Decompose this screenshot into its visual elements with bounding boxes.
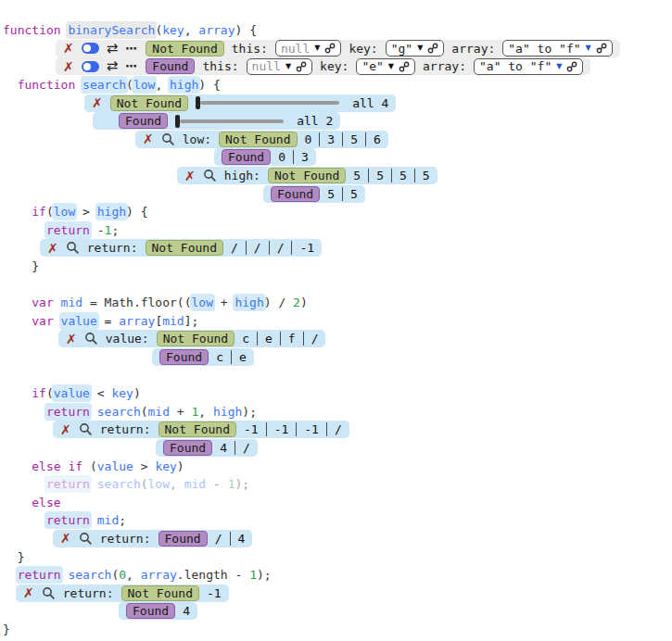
caret-down-icon[interactable]: ▼: [314, 44, 320, 52]
slider-track[interactable]: [200, 101, 339, 105]
badge-not-found[interactable]: Not Found: [268, 168, 346, 183]
code-token: 2: [293, 295, 300, 309]
probe-value: /: [215, 532, 222, 546]
code-token: [90, 405, 97, 419]
badge-not-found[interactable]: Not Found: [110, 95, 188, 111]
link-icon[interactable]: [427, 43, 438, 54]
caret-down-icon[interactable]: ▼: [586, 44, 591, 52]
magnifier-icon[interactable]: [161, 132, 175, 146]
array-dropdown[interactable]: "a" to "f"▼: [502, 40, 612, 57]
code-line: }: [3, 547, 672, 566]
badge-found[interactable]: Found: [126, 603, 175, 619]
code-token: 1: [192, 405, 199, 419]
delete-icon[interactable]: ✗: [63, 60, 74, 73]
toggle-icon[interactable]: [82, 43, 99, 54]
link-icon[interactable]: [324, 43, 336, 54]
badge-found[interactable]: Found: [159, 349, 209, 365]
calls-slider[interactable]: [175, 115, 284, 128]
field-label: this:: [232, 42, 268, 56]
caret-down-icon[interactable]: ▼: [285, 63, 291, 70]
probe-value: /: [243, 441, 250, 455]
link-icon[interactable]: [596, 43, 607, 54]
caret-down-icon[interactable]: ▼: [556, 63, 562, 70]
code-token: [: [155, 314, 162, 328]
toggle-icon[interactable]: [82, 61, 99, 72]
badge-not-found[interactable]: Not Found: [146, 41, 223, 57]
badge-found[interactable]: Found: [271, 186, 320, 202]
this-dropdown[interactable]: null▼: [275, 40, 341, 57]
code-token: return: [18, 568, 61, 582]
this-dropdown[interactable]: null▼: [247, 58, 312, 75]
value-separator: [368, 169, 369, 182]
delete-icon[interactable]: ✗: [60, 423, 71, 436]
slider-track[interactable]: [180, 119, 284, 123]
code-token: >: [75, 205, 96, 219]
array-dropdown[interactable]: "a" to "f"▼: [474, 58, 583, 75]
code-token: var: [32, 314, 53, 328]
badge-found[interactable]: Found: [119, 113, 168, 129]
delete-icon[interactable]: ✗: [92, 96, 103, 109]
probe-value: -1: [304, 422, 319, 436]
magnifier-icon[interactable]: [66, 241, 80, 255]
calls-slider-row: ✗Not Foundall 4: [84, 94, 396, 112]
code-token: );: [242, 405, 257, 419]
delete-icon[interactable]: ✗: [66, 333, 77, 346]
delete-icon[interactable]: ✗: [63, 42, 74, 55]
probe-value: 5: [353, 169, 361, 182]
code-token: ,: [155, 78, 170, 92]
more-options-icon[interactable]: ⋯: [125, 60, 138, 72]
badge-not-found[interactable]: Not Found: [157, 331, 235, 346]
badge-not-found[interactable]: Not Found: [158, 421, 236, 437]
field-label: array:: [451, 42, 495, 56]
code-token: value: [61, 314, 97, 328]
badge-found[interactable]: Found: [158, 531, 208, 547]
magnifier-icon[interactable]: [84, 332, 98, 346]
code-token: key: [162, 23, 184, 37]
key-dropdown[interactable]: "e"▼: [356, 58, 415, 75]
magnifier-icon[interactable]: [79, 422, 93, 436]
probe-value: 5: [350, 132, 358, 146]
badge-not-found[interactable]: Not Found: [146, 240, 223, 256]
badge-found[interactable]: Found: [146, 58, 195, 74]
delete-icon[interactable]: ✗: [184, 170, 196, 182]
widget-line: ✗return:Not Found-1: [3, 584, 672, 602]
magnifier-icon[interactable]: [42, 586, 56, 600]
key-dropdown[interactable]: "g"▼: [386, 40, 445, 57]
magnifier-icon[interactable]: [203, 169, 217, 182]
badge-not-found[interactable]: Not Found: [219, 132, 297, 147]
badge-not-found[interactable]: Not Found: [121, 585, 199, 601]
code-line: var mid = Math.floor((low + high) / 2): [3, 294, 672, 312]
code-token: high: [235, 295, 263, 309]
code-token: ) {: [126, 205, 147, 219]
probe-label: return:: [100, 422, 151, 436]
call-trace-row: ✗⇄⋯Foundthis:null▼key:"e"▼array:"a" to "…: [56, 57, 590, 75]
link-icon[interactable]: [296, 61, 307, 72]
code-token: search: [68, 568, 111, 582]
more-options-icon[interactable]: ⋯: [125, 43, 138, 55]
widget-line: ✗low:Not Found0356: [3, 131, 672, 149]
badge-found[interactable]: Found: [222, 149, 271, 165]
code-token: var: [32, 295, 53, 309]
delete-icon[interactable]: ✗: [23, 586, 34, 599]
link-icon[interactable]: [566, 61, 577, 72]
delete-icon[interactable]: ✗: [47, 242, 58, 255]
caret-down-icon[interactable]: ▼: [417, 44, 423, 52]
probe-value: 5: [399, 169, 407, 182]
calls-slider[interactable]: [196, 96, 339, 109]
code-token: ): [133, 386, 141, 400]
caret-down-icon[interactable]: ▼: [388, 63, 394, 70]
call-trace-row: ✗⇄⋯Not Foundthis:null▼key:"g"▼array:"a" …: [56, 40, 620, 57]
swap-arrows-icon[interactable]: ⇄: [107, 42, 119, 56]
badge-found[interactable]: Found: [163, 440, 212, 456]
delete-icon[interactable]: ✗: [60, 532, 71, 545]
delete-icon[interactable]: ✗: [143, 132, 154, 145]
code-token: );: [257, 568, 272, 582]
swap-arrows-icon[interactable]: ⇄: [107, 59, 119, 73]
link-icon[interactable]: [399, 61, 410, 72]
magnifier-icon[interactable]: [79, 532, 93, 546]
widget-line: ✗⇄⋯Foundthis:null▼key:"e"▼array:"a" to "…: [3, 57, 672, 76]
code-token: search: [82, 78, 126, 92]
code-token: (: [82, 459, 97, 473]
code-line: function binarySearch(key, array) {: [3, 21, 672, 40]
code-token: [75, 78, 82, 92]
